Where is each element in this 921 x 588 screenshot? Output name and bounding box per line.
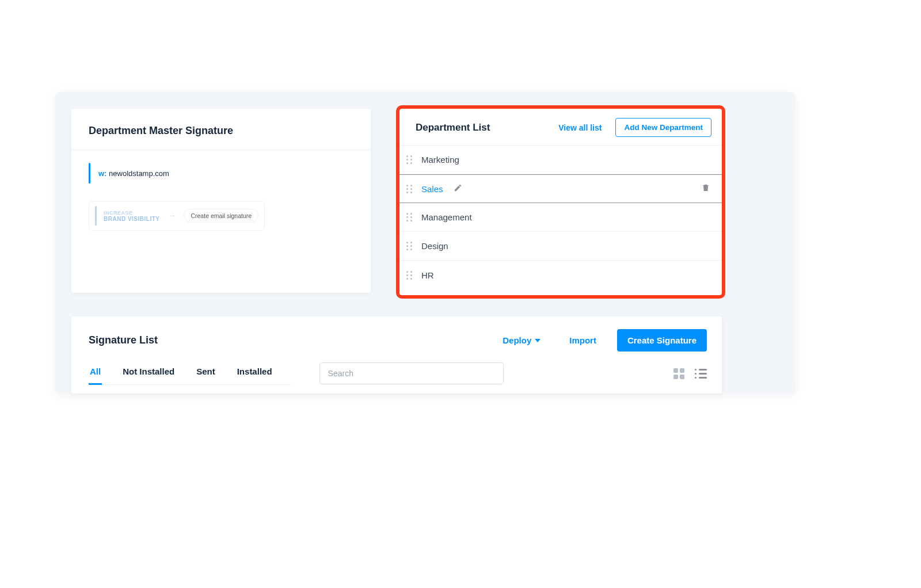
master-signature-body: w: newoldstamp.com INCREASE BRAND VISIBI… (71, 150, 371, 243)
website-label: w: (98, 169, 106, 178)
add-new-department-button[interactable]: Add New Department (615, 118, 711, 137)
department-list-header: Department List View all list Add New De… (399, 109, 722, 146)
view-all-list-link[interactable]: View all list (558, 123, 602, 132)
drag-handle-icon[interactable] (406, 213, 414, 222)
signature-website-text: w: newoldstamp.com (98, 169, 169, 178)
signature-tabs: All Not Installed Sent Installed (89, 362, 291, 385)
banner-line1: INCREASE (104, 210, 159, 216)
drag-handle-icon[interactable] (406, 271, 414, 280)
trash-icon[interactable] (701, 183, 710, 194)
drag-handle-icon[interactable] (406, 155, 414, 164)
accent-bar (89, 163, 90, 184)
deploy-dropdown[interactable]: Deploy (503, 335, 541, 345)
app-content: Department Master Signature w: newoldsta… (55, 92, 795, 394)
department-list-card: Department List View all list Add New De… (399, 109, 722, 295)
department-name: Marketing (421, 155, 459, 165)
create-signature-button[interactable]: Create Signature (617, 329, 707, 352)
tab-installed[interactable]: Installed (236, 362, 273, 385)
tab-sent[interactable]: Sent (195, 362, 216, 385)
department-name: HR (421, 270, 434, 280)
department-row[interactable]: Management (399, 203, 722, 232)
import-button[interactable]: Import (569, 335, 596, 345)
department-row[interactable]: Design (399, 232, 722, 261)
caret-down-icon (535, 339, 541, 342)
master-signature-card: Department Master Signature w: newoldsta… (71, 109, 371, 293)
signature-list-title: Signature List (89, 334, 503, 346)
drag-handle-icon[interactable] (406, 242, 414, 250)
edit-icon[interactable] (454, 184, 462, 194)
signature-banner[interactable]: INCREASE BRAND VISIBILITY → Create email… (89, 201, 265, 231)
signature-website-row: w: newoldstamp.com (89, 163, 353, 184)
grid-view-icon[interactable] (673, 368, 684, 379)
department-name: Sales (421, 184, 443, 194)
deploy-label: Deploy (503, 335, 531, 345)
department-row[interactable]: Marketing (399, 146, 722, 174)
signature-list-header: Signature List Deploy Import Create Sign… (71, 316, 722, 362)
search-input[interactable] (319, 362, 504, 384)
department-list-title: Department List (416, 122, 558, 133)
signature-list-card: Signature List Deploy Import Create Sign… (71, 316, 722, 394)
department-row[interactable]: HR (399, 261, 722, 289)
master-signature-title: Department Master Signature (71, 109, 371, 150)
view-toggle-group (673, 368, 707, 379)
tab-not-installed[interactable]: Not Installed (121, 362, 176, 385)
banner-cta[interactable]: Create email signature (184, 209, 258, 223)
tab-all[interactable]: All (89, 362, 102, 385)
banner-text: INCREASE BRAND VISIBILITY (104, 210, 159, 222)
banner-accent-bar (95, 206, 97, 226)
department-row[interactable]: Sales (399, 174, 722, 203)
department-name: Design (421, 241, 448, 251)
signature-list-subheader: All Not Installed Sent Installed (71, 362, 722, 385)
drag-handle-icon[interactable] (406, 185, 414, 193)
website-value: newoldstamp.com (109, 169, 169, 178)
arrow-right-icon: → (169, 212, 176, 220)
banner-line2: BRAND VISIBILITY (104, 216, 159, 222)
department-name: Management (421, 212, 472, 222)
list-view-icon[interactable] (695, 369, 707, 379)
